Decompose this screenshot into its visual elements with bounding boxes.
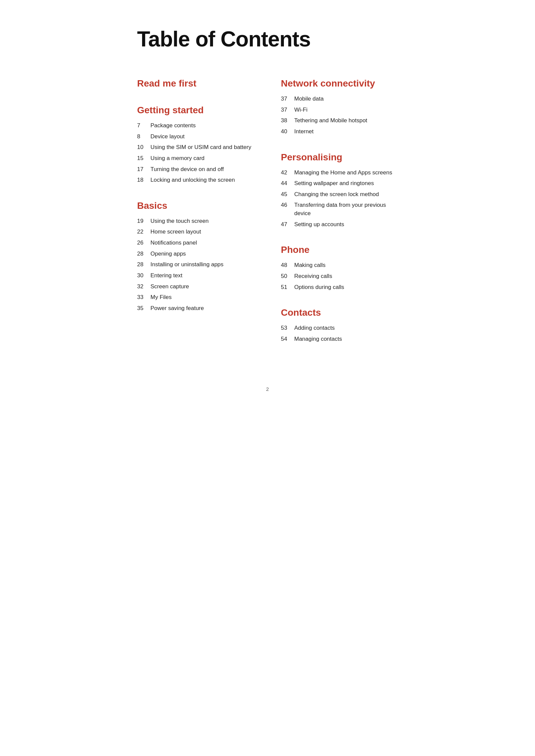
toc-entry: 28Opening apps [137, 250, 254, 258]
toc-page-number: 28 [137, 250, 150, 258]
footer-page-number: 2 [266, 386, 269, 392]
page-footer: 2 [137, 386, 398, 392]
toc-entries-getting-started: 7Package contents8Device layout10Using t… [137, 122, 254, 184]
toc-page-number: 17 [137, 165, 150, 174]
toc-entries-basics: 19Using the touch screen22Home screen la… [137, 217, 254, 313]
toc-entry-label: Setting up accounts [294, 220, 398, 229]
toc-entry: 44Setting wallpaper and ringtones [281, 179, 398, 188]
toc-entry: 32Screen capture [137, 283, 254, 291]
toc-entry-label: Transferring data from your previous dev… [294, 201, 398, 217]
toc-page-number: 53 [281, 324, 294, 332]
toc-page-number: 42 [281, 169, 294, 177]
page-container: Table of Contents Read me firstGetting s… [117, 0, 418, 756]
toc-entry-label: Opening apps [150, 250, 254, 258]
toc-entry: 26Notifications panel [137, 239, 254, 247]
toc-entry: 15Using a memory card [137, 154, 254, 163]
toc-entry-label: Changing the screen lock method [294, 190, 398, 199]
toc-entry: 54Managing contacts [281, 335, 398, 343]
toc-entry: 53Adding contacts [281, 324, 398, 332]
section-heading-read-me-first: Read me first [137, 78, 254, 89]
toc-page-number: 37 [281, 106, 294, 114]
toc-page-number: 50 [281, 272, 294, 281]
toc-entry: 28Installing or uninstalling apps [137, 261, 254, 269]
toc-entry-label: Home screen layout [150, 228, 254, 236]
toc-page-number: 32 [137, 283, 150, 291]
toc-entry-label: Screen capture [150, 283, 254, 291]
toc-entry-label: Setting wallpaper and ringtones [294, 179, 398, 188]
toc-entries-personalising: 42Managing the Home and Apps screens44Se… [281, 169, 398, 229]
toc-entry: 46Transferring data from your previous d… [281, 201, 398, 217]
toc-entry-label: Options during calls [294, 283, 398, 292]
toc-page-number: 19 [137, 217, 150, 225]
right-column: Network connectivity37Mobile data37Wi-Fi… [281, 78, 398, 359]
toc-entry: 40Internet [281, 128, 398, 136]
toc-page-number: 44 [281, 179, 294, 188]
toc-entry: 18Locking and unlocking the screen [137, 176, 254, 184]
toc-entry: 7Package contents [137, 122, 254, 130]
toc-entry: 47Setting up accounts [281, 220, 398, 229]
toc-entry-label: Managing contacts [294, 335, 398, 343]
toc-page-number: 28 [137, 261, 150, 269]
toc-page-number: 54 [281, 335, 294, 343]
toc-entry: 10Using the SIM or USIM card and battery [137, 143, 254, 152]
toc-page-number: 40 [281, 128, 294, 136]
toc-entry: 50Receiving calls [281, 272, 398, 281]
toc-entry-label: My Files [150, 293, 254, 302]
toc-page-number: 51 [281, 283, 294, 292]
section-heading-personalising: Personalising [281, 152, 398, 163]
toc-entries-phone: 48Making calls50Receiving calls51Options… [281, 261, 398, 291]
page-title: Table of Contents [137, 27, 398, 51]
toc-entry-label: Making calls [294, 261, 398, 270]
toc-entry: 30Entering text [137, 272, 254, 280]
toc-page-number: 45 [281, 190, 294, 199]
toc-entry: 48Making calls [281, 261, 398, 270]
toc-page-number: 33 [137, 293, 150, 302]
toc-entry: 37Mobile data [281, 95, 398, 103]
section-phone: Phone48Making calls50Receiving calls51Op… [281, 245, 398, 291]
toc-page-number: 26 [137, 239, 150, 247]
toc-entry: 17Turning the device on and off [137, 165, 254, 174]
toc-entry-label: Package contents [150, 122, 254, 130]
toc-page-number: 15 [137, 154, 150, 163]
section-read-me-first: Read me first [137, 78, 254, 89]
toc-page-number: 7 [137, 122, 150, 130]
toc-entry: 35Power saving feature [137, 304, 254, 313]
toc-page-number: 47 [281, 220, 294, 229]
toc-entry: 19Using the touch screen [137, 217, 254, 225]
toc-entry: 45Changing the screen lock method [281, 190, 398, 199]
toc-entry-label: Mobile data [294, 95, 398, 103]
toc-entry: 38Tethering and Mobile hotspot [281, 117, 398, 125]
toc-entry-label: Managing the Home and Apps screens [294, 169, 398, 177]
toc-page-number: 10 [137, 143, 150, 152]
toc-page-number: 30 [137, 272, 150, 280]
section-contacts: Contacts53Adding contacts54Managing cont… [281, 307, 398, 343]
toc-entry-label: Power saving feature [150, 304, 254, 313]
toc-entry-label: Internet [294, 128, 398, 136]
toc-page-number: 22 [137, 228, 150, 236]
left-column: Read me firstGetting started7Package con… [137, 78, 254, 359]
section-heading-basics: Basics [137, 200, 254, 211]
toc-entry-label: Adding contacts [294, 324, 398, 332]
toc-entry-label: Notifications panel [150, 239, 254, 247]
toc-page-number: 8 [137, 133, 150, 141]
section-personalising: Personalising42Managing the Home and App… [281, 152, 398, 229]
toc-entry-label: Turning the device on and off [150, 165, 254, 174]
toc-page-number: 37 [281, 95, 294, 103]
toc-entry: 33My Files [137, 293, 254, 302]
toc-page-number: 38 [281, 117, 294, 125]
toc-entry: 51Options during calls [281, 283, 398, 292]
toc-entries-contacts: 53Adding contacts54Managing contacts [281, 324, 398, 343]
toc-entry-label: Entering text [150, 272, 254, 280]
toc-entry-label: Using the touch screen [150, 217, 254, 225]
toc-page-number: 35 [137, 304, 150, 313]
section-network-connectivity: Network connectivity37Mobile data37Wi-Fi… [281, 78, 398, 136]
toc-page-number: 46 [281, 201, 294, 209]
toc-layout: Read me firstGetting started7Package con… [137, 78, 398, 359]
toc-page-number: 48 [281, 261, 294, 270]
toc-entry-label: Using the SIM or USIM card and battery [150, 143, 254, 152]
toc-entry: 22Home screen layout [137, 228, 254, 236]
section-heading-network-connectivity: Network connectivity [281, 78, 398, 89]
toc-entry-label: Device layout [150, 133, 254, 141]
toc-entry-label: Receiving calls [294, 272, 398, 281]
toc-page-number: 18 [137, 176, 150, 184]
